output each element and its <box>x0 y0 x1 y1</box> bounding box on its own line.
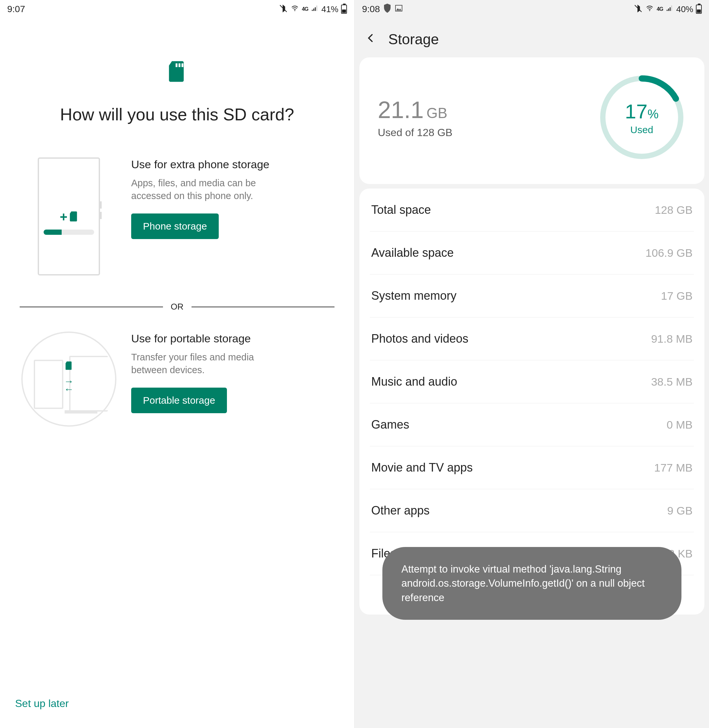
network-4g-label: 4G <box>302 6 308 12</box>
storage-row[interactable]: Movie and TV apps177 MB <box>370 446 694 489</box>
status-time: 9:08 <box>362 4 380 15</box>
page-header: Storage <box>355 18 709 57</box>
or-divider: OR <box>20 302 334 312</box>
battery-icon <box>341 4 347 14</box>
storage-row-value: 0 MB <box>667 419 693 431</box>
sd-setup-screen: 9:07 4G 41% How will you use this <box>0 0 355 728</box>
storage-row[interactable]: Total space128 GB <box>370 188 694 232</box>
storage-row-label: Total space <box>371 203 431 217</box>
shield-icon <box>383 4 391 15</box>
or-label: OR <box>171 302 184 312</box>
error-toast: Attempt to invoke virtual method 'java.l… <box>382 547 681 620</box>
used-space-unit: GB <box>427 105 448 121</box>
mute-vibrate-icon <box>279 4 287 14</box>
setup-later-link[interactable]: Set up later <box>15 697 69 710</box>
storage-row-label: Available space <box>371 246 454 260</box>
storage-row-label: Movie and TV apps <box>371 461 473 474</box>
used-space-value: 21.1 <box>378 97 424 123</box>
storage-row-label: Music and audio <box>371 375 457 389</box>
storage-row-label: Photos and videos <box>371 332 468 346</box>
wifi-icon <box>290 5 299 13</box>
svg-point-0 <box>294 10 295 11</box>
svg-rect-1 <box>176 63 178 67</box>
mute-vibrate-icon <box>634 4 642 14</box>
battery-icon <box>696 4 702 14</box>
option-phone-storage: + Use for extra phone storage Apps, file… <box>20 158 334 276</box>
storage-row-value: 128 GB <box>655 204 693 216</box>
phone-storage-illustration: + <box>20 158 118 276</box>
page-title: Storage <box>388 31 439 48</box>
option-portable-storage: →← Use for portable storage Transfer you… <box>20 331 334 427</box>
storage-row-value: 106.9 GB <box>645 247 693 260</box>
storage-row[interactable]: Music and audio38.5 MB <box>370 360 694 403</box>
ring-label: Used <box>630 124 653 136</box>
signal-icon <box>666 5 674 13</box>
storage-row-value: 38.5 MB <box>651 375 693 388</box>
storage-row-label: Other apps <box>371 504 430 518</box>
battery-percent: 41% <box>321 4 338 15</box>
back-button[interactable] <box>366 31 375 48</box>
sd-card-icon <box>20 61 334 83</box>
portable-storage-button[interactable]: Portable storage <box>131 388 227 413</box>
ring-percent-value: 17 <box>625 100 648 123</box>
storage-row-label: System memory <box>371 289 457 303</box>
battery-percent: 40% <box>676 4 693 15</box>
svg-rect-2 <box>179 63 181 67</box>
ring-percent-unit: % <box>648 107 659 121</box>
storage-row[interactable]: Photos and videos91.8 MB <box>370 317 694 360</box>
sd-card-icon <box>65 361 73 372</box>
image-icon <box>394 4 403 15</box>
option-description: Apps, files, and media can be accessed o… <box>131 177 282 202</box>
storage-row[interactable]: Available space106.9 GB <box>370 232 694 274</box>
status-time: 9:07 <box>7 4 25 15</box>
storage-row[interactable]: Other apps9 GB <box>370 489 694 532</box>
network-4g-label: 4G <box>657 6 663 12</box>
storage-row-value: 17 GB <box>661 290 693 302</box>
storage-summary-card: 21.1 GB Used of 128 GB 17% Used <box>359 57 705 184</box>
storage-row[interactable]: System memory17 GB <box>370 274 694 317</box>
signal-icon <box>311 5 319 13</box>
storage-row-label: Games <box>371 418 409 432</box>
sd-card-icon <box>70 211 78 223</box>
storage-row[interactable]: Games0 MB <box>370 403 694 446</box>
plus-icon: + <box>60 210 67 224</box>
storage-row-value: 91.8 MB <box>651 333 693 345</box>
page-heading: How will you use this SD card? <box>20 104 334 125</box>
phone-storage-button[interactable]: Phone storage <box>131 213 219 239</box>
svg-point-5 <box>649 10 650 11</box>
storage-row-value: 177 MB <box>654 461 693 474</box>
portable-storage-illustration: →← <box>20 331 118 427</box>
storage-settings-screen: 9:08 4G 40% <box>355 0 709 728</box>
wifi-icon <box>645 5 654 13</box>
option-title: Use for portable storage <box>131 331 334 346</box>
option-description: Transfer your files and media between de… <box>131 351 282 376</box>
transfer-arrows-icon: →← <box>64 378 74 393</box>
status-bar: 9:08 4G 40% <box>355 0 709 18</box>
svg-rect-3 <box>182 63 184 67</box>
option-title: Use for extra phone storage <box>131 158 334 172</box>
used-of-total: Used of 128 GB <box>378 127 452 139</box>
storage-row-value: 9 GB <box>667 504 693 517</box>
status-bar: 9:07 4G 41% <box>0 0 354 18</box>
usage-ring: 17% Used <box>598 73 686 162</box>
